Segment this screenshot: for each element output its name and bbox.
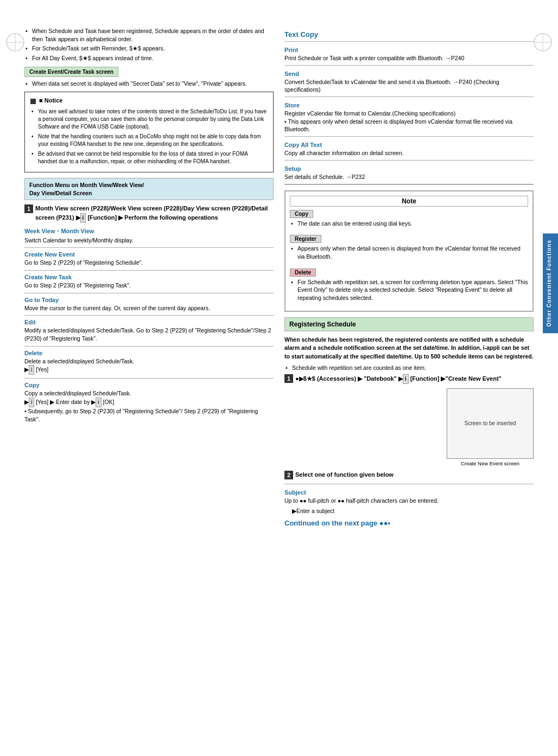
step1-block: 1 Month View screen (P228)/Week View scr… <box>24 204 274 222</box>
right-print-heading: Print <box>284 44 534 53</box>
copy-label: Copy <box>290 210 313 218</box>
right-step2-block: 2 Select one of function given below <box>284 471 534 479</box>
notice-title: ■ Notice <box>30 97 268 105</box>
right-send-body: Convert Schedule/Task to vCalendar file … <box>284 78 534 94</box>
corner-decoration-tr <box>532 31 554 53</box>
right-print-body: Print Schedule or Task with a printer co… <box>284 54 534 62</box>
right-step2-number: 2 <box>284 471 293 479</box>
subject-sub: ▶Enter a subject <box>284 507 534 515</box>
screen-image-container: Screen to be inserted Create New Event s… <box>284 388 534 466</box>
reg-schedule-box: Registering Schedule <box>284 317 534 331</box>
bullet-item-3: For All Day Event, $★$ appears instead o… <box>24 54 274 62</box>
notice-item-2: Note that the handling counters such as … <box>30 133 268 148</box>
register-label: Register <box>290 235 321 243</box>
screen-label-bullet: When data set secret is displayed with "… <box>24 80 274 88</box>
screen-caption: Create New Event screen <box>447 460 534 466</box>
section-create-event-body: Go to Step 2 (P229) of "Registering Sche… <box>24 259 274 267</box>
section-copy-heading: Copy <box>24 382 274 388</box>
notice-item-1: You are well advised to take notes of th… <box>30 108 268 131</box>
side-tab: Other Convenient Functions <box>543 233 558 333</box>
step1-row: 1 Month View screen (P228)/Week View scr… <box>24 204 274 222</box>
reg-schedule-body: When schedule has been registered, the r… <box>284 336 534 361</box>
section-delete-body: Delete a selected/displayed Schedule/Tas… <box>24 357 274 375</box>
subject-heading: Subject <box>284 487 534 496</box>
bullet-item-1: When Schedule and Task have been registe… <box>24 27 274 43</box>
screen-label-bullet-list: When data set secret is displayed with "… <box>24 80 274 88</box>
right-step1-text: ●▶$★$ (Accessories) ▶ "Datebook" ▶i [Fun… <box>295 374 502 384</box>
right-setup-heading: Setup <box>284 163 534 172</box>
bullet-item-2: For Schedule/Task set with Reminder, $★$… <box>24 44 274 53</box>
right-step2-text: Select one of function given below <box>295 471 394 479</box>
continued-line: Continued on the next page ●●• <box>284 519 534 527</box>
section-create-task-body: Go to Step 2 (P230) of "Registering Task… <box>24 281 274 290</box>
notice-box: ■ Notice You are well advised to take no… <box>24 92 274 172</box>
sections-container: Week View・Month View Switch Calendar to … <box>24 227 274 424</box>
notice-item-3: Be advised that we cannot be held respon… <box>30 150 268 165</box>
subject-body: Up to ●● full-pitch or ●● half-pitch cha… <box>284 497 534 505</box>
right-store-heading: Store <box>284 100 534 108</box>
section-goto-today-body: Move the cursor to the current day. Or, … <box>24 304 274 312</box>
copy-note-list: The date can also be entered using dial … <box>290 220 528 228</box>
section-goto-today-heading: Go to Today <box>24 297 274 303</box>
step1-text: Month View screen (P228)/Week View scree… <box>35 204 274 222</box>
right-setup-body: Set details of Schedule. →P232 <box>284 173 534 181</box>
section-create-event-heading: Create New Event <box>24 251 274 258</box>
register-note-item: Appears only when the detail screen is d… <box>290 245 528 260</box>
screen-label-box: Create Event/Create Task screen <box>24 67 118 77</box>
right-step2-row: 2 Select one of function given below <box>284 471 534 479</box>
note-box-title: Note <box>290 196 528 207</box>
register-note-list: Appears only when the detail screen is d… <box>290 245 528 260</box>
right-step1-block: 1 ●▶$★$ (Accessories) ▶ "Datebook" ▶i [F… <box>284 374 534 384</box>
note-box: Note Copy The date can also be entered u… <box>284 190 534 312</box>
right-step1-number: 1 <box>284 374 293 383</box>
delete-label: Delete <box>290 268 316 277</box>
section-copy-body: Copy a selected/displayed Schedule/Task.… <box>24 389 274 423</box>
right-copy-all-heading: Copy All Text <box>284 139 534 148</box>
notice-list: You are well advised to take notes of th… <box>30 108 268 165</box>
corner-decoration-tl <box>4 31 26 53</box>
notice-square-icon <box>30 99 36 104</box>
copy-note-item: The date can also be entered using dial … <box>290 220 528 228</box>
section-edit-heading: Edit <box>24 319 274 325</box>
right-send-heading: Send <box>284 68 534 77</box>
section-create-task-heading: Create New Task <box>24 274 274 280</box>
left-column: When Schedule and Task have been registe… <box>24 27 274 527</box>
top-bullet-list: When Schedule and Task have been registe… <box>24 27 274 62</box>
right-column: Text Copy Print Print Schedule or Task w… <box>284 27 534 527</box>
section-week-view-heading: Week View・Month View <box>24 227 274 235</box>
page-container: Other Convenient Functions 229 When Sche… <box>0 27 558 756</box>
section-edit-body: Modify a selected/displayed Schedule/Tas… <box>24 326 274 342</box>
step1-number: 1 <box>24 204 33 213</box>
text-copy-heading: Text Copy <box>284 30 534 39</box>
right-step1-row: 1 ●▶$★$ (Accessories) ▶ "Datebook" ▶i [F… <box>284 374 534 384</box>
section-delete-heading: Delete <box>24 350 274 356</box>
delete-note-list: For Schedule with repetition set, a scre… <box>290 278 528 302</box>
screen-placeholder: Screen to be inserted <box>447 388 534 459</box>
right-store-body: Register vCalendar file format to Calend… <box>284 110 534 133</box>
function-menu-box: Function Menu on Month View/Week View/Da… <box>24 178 274 200</box>
main-layout: When Schedule and Task have been registe… <box>24 27 534 527</box>
section-week-view-body: Switch Calendar to weekly/Monthly displa… <box>24 236 274 245</box>
reg-schedule-bullet: Schedule with repetition set are counted… <box>284 364 534 371</box>
right-copy-all-body: Copy all character information on detail… <box>284 149 534 157</box>
delete-note-item: For Schedule with repetition set, a scre… <box>290 278 528 302</box>
